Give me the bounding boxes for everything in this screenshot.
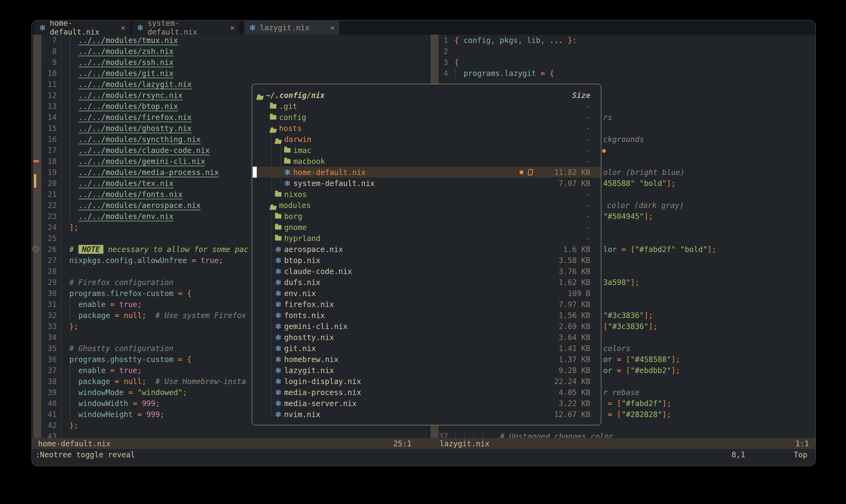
tree-item-name: modules [279, 201, 311, 210]
tree-item-size: 12.67 KB [554, 410, 590, 419]
line-number: 37 [432, 432, 448, 438]
code-text: package = null; # Use Homebrew-insta [79, 377, 246, 386]
nix-file-icon: ❄ [275, 398, 282, 408]
tree-item-size: 109 B [568, 289, 590, 298]
tree-item[interactable]: borg- [252, 211, 601, 222]
tab-home-default[interactable]: ❄ home-default.nix × [34, 21, 130, 35]
tree-item[interactable]: ❄git.nix1.41 KB [252, 343, 601, 354]
tree-item[interactable]: ❄lazygit.nix9.28 KB [252, 365, 601, 376]
tree-item[interactable]: ❄btop.nix3.58 KB [252, 255, 601, 266]
code-text: ../../modules/media-process.nix [79, 168, 219, 177]
code-text: windowHeight = 999; [79, 410, 165, 419]
tree-item-size: 1.6 KB [563, 245, 590, 254]
tree-item[interactable]: ❄claude-code.nix3.76 KB [252, 266, 601, 277]
tab-lazygit[interactable]: ❄ lazygit.nix × [244, 21, 339, 35]
tree-item-name: config [279, 113, 306, 122]
tree-item[interactable]: ❄nvim.nix12.67 KB [252, 409, 601, 420]
tree-root[interactable]: ~/.config/nixSize [252, 90, 601, 101]
statusline-left: home-default.nix 25:1 [32, 438, 429, 449]
code-text: { config, pkgs, lib, ... }: [454, 36, 576, 44]
tab-label: system-default.nix [148, 20, 226, 36]
nix-file-icon: ❄ [275, 255, 282, 265]
tree-item[interactable]: hosts- [252, 123, 601, 134]
tree-item-name: login-display.nix [284, 377, 361, 386]
folder-icon [275, 236, 281, 240]
code-text: programs.lazygit = { [464, 69, 554, 77]
tree-item-name: media-server.nix [284, 399, 357, 408]
neovim-window: ❄ home-default.nix × ❄ system-default.ni… [31, 20, 816, 466]
tree-item-size: - [586, 157, 590, 166]
tree-item-size: 9.28 KB [559, 366, 590, 375]
tree-item[interactable]: ❄system-default.nix7.07 KB [252, 178, 601, 189]
close-icon[interactable]: × [117, 23, 125, 33]
command-text: :Neotree toggle reveal [35, 450, 135, 459]
nix-file-icon: ❄ [275, 355, 282, 364]
tree-item[interactable]: ❄media-process.nix4.05 KB [252, 387, 601, 398]
tree-item[interactable]: gnome- [252, 222, 601, 233]
line-number: 2 [432, 47, 448, 56]
code-text: ../../modules/git.nix [79, 69, 173, 77]
tree-item-size: - [586, 124, 590, 132]
tree-item[interactable]: imac- [252, 145, 601, 156]
line-number: 23 [40, 212, 57, 221]
close-icon[interactable]: × [326, 23, 335, 33]
tree-item[interactable]: ❄dufs.nix1.62 KB [252, 277, 601, 288]
code-text: { [454, 58, 459, 67]
tree-item-size: - [586, 102, 590, 111]
tree-item[interactable]: darwin- [252, 134, 601, 145]
line-number: 13 [40, 102, 57, 111]
close-icon[interactable]: × [226, 23, 235, 33]
tree-item-size: 11.82 KB [554, 168, 590, 177]
tree-item-size: 2.69 KB [559, 322, 590, 331]
folder-open-icon [275, 140, 282, 144]
tree-item-name: ~/.config/nix [266, 91, 325, 100]
tree-item-name: .git [279, 102, 297, 111]
tree-item[interactable]: ❄gemini-cli.nix2.69 KB [252, 321, 601, 332]
tree-cursor [253, 167, 257, 178]
tree-item[interactable]: .git- [252, 101, 601, 112]
tree-item-size: Size [572, 91, 590, 100]
code-text: ../../modules/syncthing.nix [79, 135, 201, 144]
tree-item[interactable]: ❄media-server.nix3.22 KB [252, 398, 601, 409]
nix-file-icon: ❄ [275, 377, 282, 386]
command-line[interactable]: :Neotree toggle reveal 8,1 Top [32, 449, 815, 460]
editor-line: 10../../modules/git.nix [32, 68, 429, 79]
tree-item[interactable]: ❄login-display.nix22.24 KB [252, 376, 601, 387]
tree-item[interactable]: modules- [252, 200, 601, 211]
tree-rows: ~/.config/nixSize.git-config-hosts-darwi… [252, 90, 601, 420]
tree-item-name: aerospace.nix [284, 245, 343, 254]
tree-item[interactable]: macbook- [252, 156, 601, 167]
orange-dot [602, 149, 606, 153]
statusline-filename: lazygit.nix [439, 439, 489, 448]
tree-item[interactable]: ❄aerospace.nix1.6 KB [252, 244, 601, 255]
tree-item[interactable]: config- [252, 112, 601, 123]
editor-line: 9../../modules/ssh.nix [32, 57, 429, 68]
tab-label: home-default.nix [50, 20, 117, 36]
code-text: ../../modules/claude-code.nix [79, 146, 210, 155]
code-text: # Unstagged changes color [500, 432, 613, 438]
tree-item[interactable]: ❄fonts.nix1.56 KB [252, 310, 601, 321]
tree-item[interactable]: ❄ghostty.nix3.64 KB [252, 332, 601, 343]
line-number: 33 [40, 322, 57, 331]
tree-item[interactable]: nixos- [252, 189, 601, 200]
neotree-popup[interactable]: ~/.config/nixSize.git-config-hosts-darwi… [252, 84, 601, 425]
line-number: 26 [40, 245, 57, 254]
tree-item-name: hyprland [284, 234, 321, 242]
code-text: ../../modules/zsh.nix [79, 47, 173, 56]
tree-item-size: 4.05 KB [559, 388, 590, 397]
tree-item-name: system-default.nix [293, 179, 375, 187]
tree-item[interactable]: ❄home-default.nix 11.82 KB [252, 167, 601, 178]
tree-item-name: dufs.nix [284, 278, 321, 287]
line-number: 20 [40, 179, 57, 187]
code-text: programs.firefox-custom = { [69, 289, 191, 298]
tree-item[interactable]: hyprland- [252, 233, 601, 244]
tree-item[interactable]: ❄env.nix109 B [252, 288, 601, 299]
code-text: ../../modules/firefox.nix [79, 113, 191, 122]
git-modified-icon [519, 170, 523, 174]
editor-line: 4programs.lazygit = { [429, 68, 816, 79]
tab-system-default[interactable]: ❄ system-default.nix × [132, 21, 239, 35]
nix-file-icon: ❄ [275, 245, 282, 254]
tree-item[interactable]: ❄homebrew.nix1.37 KB [252, 354, 601, 365]
tree-item[interactable]: ❄firefox.nix7.97 KB [252, 299, 601, 310]
nix-file-icon: ❄ [275, 322, 282, 331]
